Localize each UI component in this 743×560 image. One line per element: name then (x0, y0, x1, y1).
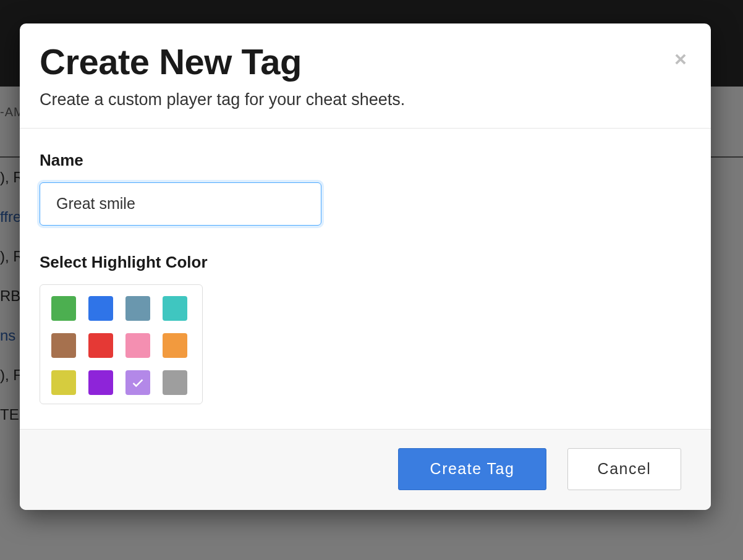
color-swatch-brown[interactable] (51, 333, 76, 358)
color-label: Select Highlight Color (40, 253, 691, 272)
close-icon[interactable]: × (670, 48, 691, 69)
color-swatch-orange[interactable] (163, 333, 187, 358)
modal-subtitle: Create a custom player tag for your chea… (40, 90, 691, 109)
create-tag-modal: Create New Tag Create a custom player ta… (20, 23, 711, 510)
name-label: Name (40, 151, 691, 170)
color-grid (51, 296, 191, 395)
create-tag-button[interactable]: Create Tag (398, 448, 546, 490)
color-swatch-grey[interactable] (163, 370, 187, 395)
modal-footer: Create Tag Cancel (20, 429, 711, 510)
modal-title: Create New Tag (40, 42, 691, 82)
color-picker-panel (40, 284, 203, 404)
cancel-button[interactable]: Cancel (567, 448, 681, 490)
color-swatch-pink[interactable] (125, 333, 150, 358)
modal-header: Create New Tag Create a custom player ta… (20, 23, 711, 129)
tag-name-input[interactable] (40, 182, 321, 226)
color-swatch-blue[interactable] (88, 296, 113, 321)
color-swatch-olive[interactable] (51, 370, 76, 395)
color-swatch-purple[interactable] (88, 370, 113, 395)
color-swatch-green[interactable] (51, 296, 76, 321)
color-swatch-red[interactable] (88, 333, 113, 358)
color-swatch-slate[interactable] (125, 296, 150, 321)
color-swatch-lavender[interactable] (125, 370, 150, 395)
check-icon (131, 376, 145, 389)
color-swatch-teal[interactable] (163, 296, 187, 321)
modal-body: Name Select Highlight Color (20, 129, 711, 429)
